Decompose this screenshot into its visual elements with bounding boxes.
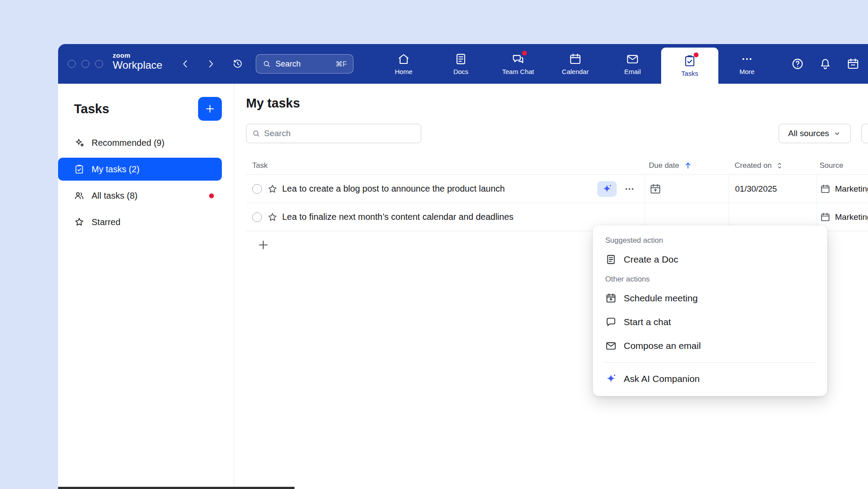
primary-nav: Home Docs Team Chat Calendar	[375, 44, 776, 84]
column-header-created-on[interactable]: Created on	[728, 161, 817, 170]
menu-item-label: Create a Doc	[624, 254, 678, 265]
forward-button[interactable]	[205, 58, 217, 70]
star-icon	[74, 217, 85, 227]
ai-sparkle-icon	[602, 184, 612, 194]
nav-tasks-label: Tasks	[681, 70, 698, 77]
home-icon	[397, 52, 410, 66]
docs-icon	[454, 52, 467, 66]
nav-team-chat-label: Team Chat	[502, 68, 534, 75]
sidebar-item-recommended[interactable]: Recommended (9)	[58, 131, 222, 154]
search-icon	[262, 59, 271, 68]
users-icon	[74, 190, 85, 201]
add-task-button[interactable]	[257, 238, 271, 252]
sources-filter-dropdown[interactable]: All sources	[779, 124, 851, 143]
sidebar-item-all-tasks[interactable]: All tasks (8)	[58, 184, 222, 207]
global-search-button[interactable]: Search ⌘F	[256, 54, 353, 74]
nav-calendar[interactable]: Calendar	[547, 44, 604, 84]
tasks-notification-dot	[694, 52, 699, 57]
window-controls	[68, 60, 103, 68]
window-zoom-button[interactable]	[95, 60, 103, 68]
sidebar-item-label: All tasks (8)	[92, 191, 137, 201]
nav-email[interactable]: Email	[604, 44, 661, 84]
source-name: Marketing	[835, 212, 868, 222]
header-utility-icons	[791, 57, 860, 70]
plus-icon	[257, 238, 270, 252]
team-chat-notification-dot	[522, 51, 527, 56]
task-complete-checkbox[interactable]	[252, 212, 262, 222]
task-row-1[interactable]: Lea to create a blog post to announce th…	[246, 175, 868, 203]
nav-team-chat[interactable]: Team Chat	[489, 44, 547, 84]
calendar-icon	[569, 52, 582, 66]
toolbar: All sources	[246, 124, 857, 143]
history-icon[interactable]	[232, 58, 243, 70]
calendar-plus-icon	[605, 293, 617, 304]
window-close-button[interactable]	[68, 60, 76, 68]
nav-more[interactable]: More	[718, 44, 776, 84]
menu-item-start-chat[interactable]: Start a chat	[593, 310, 827, 334]
task-list-check-icon	[74, 164, 85, 174]
help-icon[interactable]	[791, 57, 804, 70]
column-header-task[interactable]: Task	[246, 161, 645, 170]
clipped-toolbar-button[interactable]	[861, 124, 868, 143]
source-calendar-icon	[820, 184, 831, 194]
ai-companion-button[interactable]	[597, 181, 617, 197]
sort-ascending-icon[interactable]	[684, 161, 692, 170]
menu-item-label: Ask AI Companion	[624, 374, 700, 384]
plus-icon	[204, 103, 216, 115]
column-header-due-date[interactable]: Due date	[645, 161, 728, 170]
menu-divider	[604, 362, 816, 363]
notifications-bell-icon[interactable]	[819, 57, 832, 70]
sidebar-items: Recommended (9) My tasks (2) All tasks (…	[58, 127, 234, 233]
menu-item-schedule-meeting[interactable]: Schedule meeting	[593, 286, 827, 310]
sidebar-header: Tasks	[58, 84, 234, 127]
email-icon	[605, 340, 617, 352]
tasks-icon	[683, 54, 696, 67]
star-toggle-icon[interactable]	[267, 184, 278, 194]
sidebar-item-label: My tasks (2)	[92, 164, 140, 174]
sidebar-item-starred[interactable]: Starred	[58, 211, 222, 233]
page-title: My tasks	[246, 96, 868, 111]
sort-toggle-icon[interactable]	[775, 161, 784, 170]
menu-item-create-doc[interactable]: Create a Doc	[593, 248, 827, 271]
email-icon	[626, 52, 639, 66]
nav-docs-label: Docs	[453, 68, 468, 75]
schedule-calendar-icon[interactable]	[846, 57, 860, 70]
search-shortcut: ⌘F	[335, 60, 347, 68]
menu-item-ask-ai-companion[interactable]: Ask AI Companion	[593, 367, 827, 391]
doc-icon	[605, 254, 617, 265]
menu-item-label: Schedule meeting	[624, 293, 698, 304]
table-header-row: Task Due date Created on Source	[246, 156, 868, 175]
column-header-source[interactable]: Source	[817, 161, 868, 170]
ai-actions-menu: Suggested action Create a Doc Other acti…	[593, 226, 827, 396]
nav-home-label: Home	[395, 68, 412, 75]
source-calendar-icon	[820, 212, 831, 222]
nav-docs[interactable]: Docs	[432, 44, 489, 84]
logo-zoom-text: zoom	[113, 52, 162, 59]
nav-calendar-label: Calendar	[562, 68, 589, 75]
nav-tasks[interactable]: Tasks	[661, 48, 718, 84]
window-bottom-edge	[58, 487, 294, 489]
row-more-options-icon[interactable]	[624, 183, 635, 195]
tasks-sidebar: Tasks Recommended (9) My tasks (2)	[58, 84, 234, 489]
task-complete-checkbox[interactable]	[252, 184, 262, 194]
window-minimize-button[interactable]	[81, 60, 89, 68]
menu-item-compose-email[interactable]: Compose an email	[593, 334, 827, 358]
task-search-input[interactable]	[264, 129, 416, 138]
team-chat-icon	[511, 52, 525, 66]
add-due-date-icon[interactable]	[649, 183, 662, 195]
sidebar-title: Tasks	[74, 102, 109, 116]
task-title[interactable]: Lea to finalize next month’s content cal…	[282, 212, 514, 222]
sidebar-item-label: Starred	[92, 217, 121, 227]
menu-section-label: Other actions	[593, 271, 827, 286]
star-toggle-icon[interactable]	[267, 212, 278, 222]
new-task-button[interactable]	[198, 97, 222, 121]
sidebar-item-my-tasks[interactable]: My tasks (2)	[58, 158, 222, 181]
created-on-date: 01/30/2025	[735, 184, 777, 194]
task-title[interactable]: Lea to create a blog post to announce th…	[282, 184, 505, 194]
chat-bubble-icon	[605, 316, 617, 328]
back-button[interactable]	[180, 58, 191, 70]
nav-home[interactable]: Home	[375, 44, 432, 84]
top-nav-bar: zoom Workplace Search ⌘F Home	[58, 44, 868, 84]
menu-section-label: Suggested action	[593, 233, 827, 248]
nav-email-label: Email	[624, 68, 641, 75]
